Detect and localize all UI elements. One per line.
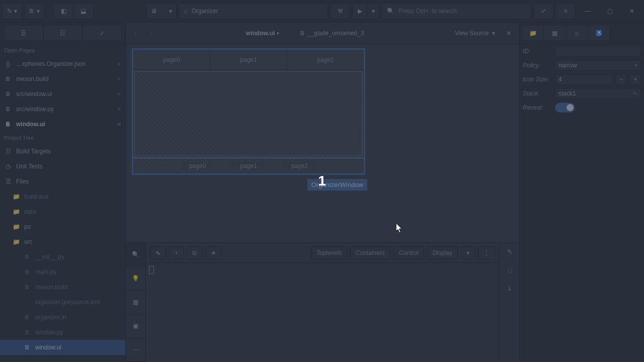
tree-item[interactable]: ◷Unit Tests xyxy=(0,159,125,174)
new-file-button[interactable]: 🗎 ▾ xyxy=(24,3,44,19)
hamburger-menu-button[interactable]: ≡ xyxy=(555,3,576,19)
tree-item[interactable]: 🗎window.py xyxy=(0,325,125,340)
tree-item[interactable]: 🗎organizer.in xyxy=(0,310,125,325)
prop-icon-size-input[interactable]: 4 xyxy=(555,74,613,85)
prop-policy-label: Policy: xyxy=(523,62,552,69)
target-icon: ☷ xyxy=(4,148,12,155)
preview-stack-switcher[interactable]: page0page1page2 xyxy=(133,157,364,173)
nav-forward-button[interactable]: › xyxy=(146,30,158,37)
panel-bottom-button[interactable]: ⬓ xyxy=(73,3,94,19)
palette-containers[interactable]: Containers xyxy=(350,246,390,259)
palette-item-placeholder[interactable] xyxy=(149,266,154,274)
tree-item[interactable]: 📁build-aux xyxy=(0,189,125,204)
run-options-button[interactable]: ▾ xyxy=(367,3,379,19)
tree-label: Build Targets xyxy=(16,148,51,155)
close-file-button[interactable]: × xyxy=(117,120,121,128)
stack-page-label[interactable]: page0 xyxy=(181,162,214,169)
search-field[interactable]: 🔍 Press Ctrl+. to search xyxy=(381,3,531,19)
close-file-button[interactable]: × xyxy=(117,90,121,98)
edit-icon[interactable]: ✎ xyxy=(632,90,637,97)
maximize-button[interactable]: ▢ xyxy=(600,3,620,19)
view-source-dropdown[interactable]: View Source ▾ xyxy=(452,29,498,38)
preview-tab[interactable]: page2 xyxy=(287,50,364,69)
category-icon: ▦ xyxy=(133,299,138,306)
palette-category-button[interactable]: ▦ xyxy=(126,291,145,314)
palette-search-button[interactable]: 🔍 xyxy=(126,243,145,266)
add-tool-button[interactable]: + xyxy=(169,246,184,259)
panel-left-button[interactable]: ◧ xyxy=(53,3,73,19)
palette-more-dropdown[interactable]: ▾ xyxy=(461,246,475,259)
stack-page-label[interactable]: page1 xyxy=(232,162,265,169)
device-combo[interactable]: 🖥▾ xyxy=(146,3,177,19)
prop-stack-input[interactable]: stack1✎ xyxy=(555,88,641,99)
palette-right-brush-button[interactable]: ✎ xyxy=(500,243,519,261)
tree-item[interactable]: ☷Build Targets xyxy=(0,144,125,159)
menu-icon: ≡ xyxy=(564,8,568,15)
edit-dropdown-button[interactable]: ✎ ▾ xyxy=(2,3,22,19)
sidebar-view-list-button[interactable]: ☰ xyxy=(4,25,43,41)
tree-item[interactable]: organizer.gresource.xml xyxy=(0,295,125,310)
tree-item[interactable]: 🗎__init__.py xyxy=(0,249,125,264)
project-omnibar[interactable]: ⌂ Organizer xyxy=(179,3,329,19)
star-tool-button[interactable]: ★ xyxy=(205,246,222,259)
props-packing-button[interactable]: ▦ xyxy=(544,25,566,41)
preview-tab[interactable]: page1 xyxy=(210,50,287,69)
open-pages-header: Open Pages xyxy=(0,44,125,56)
open-page-item[interactable]: 🗎meson.build× xyxy=(0,71,125,86)
fullscreen-button[interactable]: ⤢ xyxy=(533,3,553,19)
tree-item[interactable]: 📁src xyxy=(0,234,125,249)
palette-right-info-button[interactable]: ◌ xyxy=(500,261,519,279)
tab-glade-unnamed[interactable]: 🗎 __glade_unnamed_3 xyxy=(294,28,369,39)
ui-designer-canvas[interactable]: page0page1page2 page0page1page2 Organize… xyxy=(126,44,519,242)
close-file-button[interactable]: × xyxy=(117,60,121,68)
tree-label: meson.build xyxy=(35,284,68,291)
props-general-button[interactable]: 📁 xyxy=(522,25,544,41)
prop-reveal-switch[interactable] xyxy=(555,103,575,113)
stepper-plus-button[interactable]: + xyxy=(630,74,641,85)
drag-tool-button[interactable]: ⧉ xyxy=(187,246,202,259)
selector-tool-button[interactable]: ⬉ xyxy=(150,246,166,259)
tree-item[interactable]: 🗎window.ui xyxy=(0,340,125,355)
run-button[interactable]: ▶ xyxy=(352,3,367,19)
preview-tab[interactable]: page0 xyxy=(133,50,210,69)
props-common-button[interactable]: ⎌ xyxy=(566,25,588,41)
tree-item[interactable]: 🗎main.py xyxy=(0,264,125,280)
open-page-item[interactable]: 🗎window.ui× xyxy=(0,117,125,132)
open-page-item[interactable]: 🗎src/window.py× xyxy=(0,102,125,117)
minimize-button[interactable]: — xyxy=(578,3,598,19)
prop-id-input[interactable] xyxy=(555,46,641,57)
palette-toplevels[interactable]: Toplevels xyxy=(311,246,347,259)
tree-item[interactable]: 📁data xyxy=(0,204,125,219)
folder-icon: 📁 xyxy=(12,208,20,215)
preview-window[interactable]: page0page1page2 page0page1page2 xyxy=(132,48,365,175)
close-file-button[interactable]: × xyxy=(117,105,121,113)
nav-back-button[interactable]: ‹ xyxy=(130,30,142,37)
palette-recent-button[interactable]: 💡 xyxy=(126,266,145,290)
build-button[interactable]: ⚒ xyxy=(330,3,350,19)
sliders-icon: ⎌ xyxy=(575,30,579,37)
prop-policy-combo[interactable]: narrow▾ xyxy=(555,60,641,71)
palette-display[interactable]: Display xyxy=(427,246,458,259)
tree-item[interactable]: ☰Files xyxy=(0,174,125,189)
open-page-item[interactable]: {}…xphones.Organizer.json× xyxy=(0,56,125,71)
palette-widget-button[interactable]: ▣ xyxy=(126,314,145,338)
sidebar-view-tree-button[interactable]: ☷ xyxy=(43,25,83,41)
palette-right-download-button[interactable]: ⭳ xyxy=(500,279,519,297)
tab-close-button[interactable]: ✕ xyxy=(502,30,515,37)
palette-control[interactable]: Control xyxy=(393,246,424,259)
open-page-item[interactable]: 🗎src/window.ui× xyxy=(0,86,125,102)
stepper-minus-button[interactable]: − xyxy=(616,74,627,85)
close-window-button[interactable]: ✕ xyxy=(622,3,642,19)
file-icon: 🗎 xyxy=(4,106,12,113)
tab-window-ui[interactable]: window.ui • xyxy=(241,28,284,39)
palette-menu-button[interactable]: ⋮ xyxy=(478,246,495,259)
close-file-button[interactable]: × xyxy=(117,75,121,83)
palette-more-button[interactable]: ⋯ xyxy=(126,338,145,362)
tree-item[interactable]: 🗎meson.build xyxy=(0,280,125,295)
preview-content-placeholder[interactable] xyxy=(134,71,363,156)
sidebar-view-check-button[interactable]: ✓ xyxy=(83,25,122,41)
stack-page-label[interactable]: page2 xyxy=(283,162,316,169)
tree-item[interactable]: 📁po xyxy=(0,219,125,234)
prop-id-label: ID: xyxy=(523,48,552,55)
props-a11y-button[interactable]: ♿ xyxy=(588,25,610,41)
